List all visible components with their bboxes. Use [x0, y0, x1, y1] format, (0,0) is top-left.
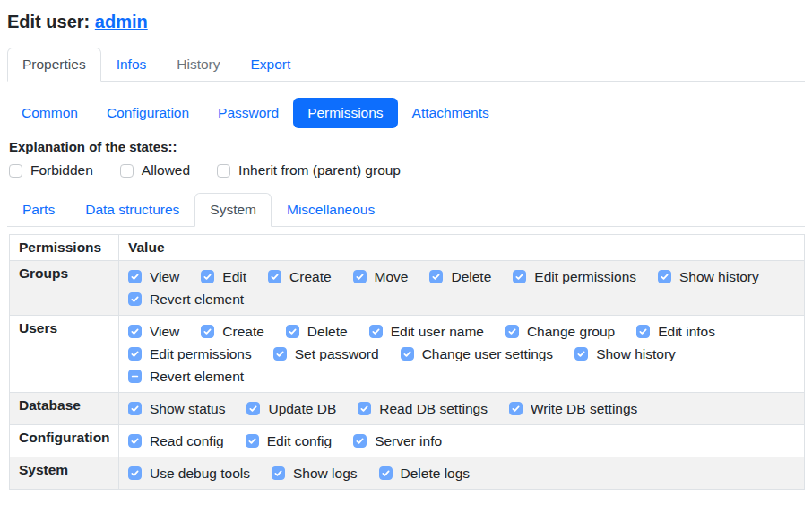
perm-checkbox-show-history[interactable]: Show history	[658, 269, 759, 285]
checkbox-label: Show history	[679, 269, 759, 285]
permission-tab-system[interactable]: System	[194, 193, 272, 227]
permission-line: Read configEdit configServer info	[128, 430, 795, 452]
checkbox-checked-icon	[246, 434, 259, 448]
edit-user-page: Edit user: admin PropertiesInfosHistoryE…	[0, 0, 812, 490]
checkbox-unchecked-icon	[217, 164, 230, 178]
checkbox-checked-icon	[128, 347, 142, 361]
permission-tab-data-structures[interactable]: Data structures	[70, 193, 194, 227]
checkbox-checked-icon	[401, 347, 414, 361]
checkbox-checked-icon	[509, 402, 523, 415]
checkbox-label: View	[150, 324, 179, 340]
checkbox-unchecked-icon	[120, 164, 134, 178]
permission-row-system: SystemUse debug toolsShow logsDelete log…	[10, 457, 805, 490]
state-option-inherit-from-parent-group[interactable]: Inherit from (parent) group	[217, 162, 401, 178]
edited-user-link[interactable]: admin	[95, 12, 148, 31]
permission-group-tab-bar: PartsData structuresSystemMiscellaneous	[7, 193, 805, 227]
perm-checkbox-edit-permissions[interactable]: Edit permissions	[128, 346, 252, 362]
permission-values-cell: ViewEditCreateMoveDeleteEdit permissions…	[119, 261, 805, 316]
perm-checkbox-edit-user-name[interactable]: Edit user name	[369, 324, 484, 340]
checkbox-label: Inherit from (parent) group	[238, 162, 401, 178]
checkbox-label: Use debug tools	[150, 466, 250, 482]
state-option-allowed[interactable]: Allowed	[120, 162, 190, 178]
perm-checkbox-set-password[interactable]: Set password	[273, 346, 379, 362]
permission-line: ViewEditCreateMoveDeleteEdit permissions…	[128, 266, 795, 288]
pill-tab-configuration[interactable]: Configuration	[92, 98, 203, 128]
checkbox-checked-icon	[369, 325, 383, 338]
permission-values-cell: Read configEdit configServer info	[119, 425, 805, 457]
permission-line: Revert element	[128, 288, 795, 310]
checkbox-label: Read DB settings	[379, 401, 488, 417]
permission-category: System	[10, 457, 119, 490]
perm-checkbox-show-logs[interactable]: Show logs	[272, 466, 358, 482]
pill-tab-common[interactable]: Common	[7, 98, 92, 128]
checkbox-label: Create	[289, 269, 332, 285]
perm-checkbox-create[interactable]: Create	[201, 324, 264, 340]
perm-checkbox-change-user-settings[interactable]: Change user settings	[401, 346, 553, 362]
checkbox-indeterminate-icon	[128, 370, 142, 383]
permission-category: Database	[10, 393, 119, 425]
permission-line: ViewCreateDeleteEdit user nameChange gro…	[128, 320, 795, 343]
checkbox-checked-icon	[574, 347, 588, 361]
perm-checkbox-edit[interactable]: Edit	[201, 269, 246, 285]
perm-checkbox-move[interactable]: Move	[353, 269, 409, 285]
page-title: Edit user: admin	[7, 12, 805, 32]
checkbox-label: Edit config	[267, 433, 332, 449]
perm-checkbox-revert-element[interactable]: Revert element	[128, 292, 244, 308]
pill-tab-permissions[interactable]: Permissions	[293, 98, 397, 128]
perm-checkbox-use-debug-tools[interactable]: Use debug tools	[128, 466, 250, 482]
pill-tab-attachments[interactable]: Attachments	[398, 98, 504, 128]
perm-checkbox-delete-logs[interactable]: Delete logs	[379, 466, 471, 482]
checkbox-checked-icon	[658, 270, 671, 283]
checkbox-label: Show history	[596, 346, 676, 362]
perm-checkbox-revert-element[interactable]: Revert element	[128, 369, 244, 385]
checkbox-label: Create	[222, 324, 264, 340]
permission-row-database: DatabaseShow statusUpdate DBRead DB sett…	[10, 393, 805, 425]
perm-checkbox-server-info[interactable]: Server info	[353, 433, 442, 449]
perm-checkbox-read-config[interactable]: Read config	[128, 433, 224, 449]
perm-checkbox-read-db-settings[interactable]: Read DB settings	[358, 401, 488, 417]
checkbox-checked-icon	[268, 270, 281, 283]
permission-category: Users	[10, 316, 119, 393]
perm-checkbox-show-status[interactable]: Show status	[128, 401, 225, 417]
perm-checkbox-edit-config[interactable]: Edit config	[246, 433, 332, 449]
checkbox-checked-icon	[273, 347, 287, 361]
checkbox-checked-icon	[353, 434, 367, 448]
permission-line: Show statusUpdate DBRead DB settingsWrit…	[128, 397, 795, 420]
perm-checkbox-change-group[interactable]: Change group	[505, 324, 615, 340]
permission-group-tabs-wrap: PartsData structuresSystemMiscellaneous	[7, 193, 805, 227]
checkbox-checked-icon	[379, 466, 393, 480]
checkbox-label: Read config	[150, 433, 224, 449]
permission-tab-miscellaneous[interactable]: Miscellaneous	[272, 193, 390, 227]
perm-checkbox-delete[interactable]: Delete	[286, 324, 348, 340]
perm-checkbox-view[interactable]: View	[128, 324, 179, 340]
perm-checkbox-write-db-settings[interactable]: Write DB settings	[509, 401, 637, 417]
perm-checkbox-view[interactable]: View	[128, 269, 179, 285]
perm-checkbox-edit-permissions[interactable]: Edit permissions	[513, 269, 636, 285]
tab-export[interactable]: Export	[236, 48, 307, 82]
perm-checkbox-create[interactable]: Create	[268, 269, 332, 285]
checkbox-checked-icon	[201, 270, 214, 283]
column-header-value: Value	[119, 235, 805, 261]
checkbox-label: Edit user name	[391, 324, 484, 340]
page-title-text: Edit user:	[7, 12, 90, 31]
states-explanation: Explanation of the states:: ForbiddenAll…	[9, 139, 805, 178]
perm-checkbox-show-history[interactable]: Show history	[574, 346, 676, 362]
state-option-forbidden[interactable]: Forbidden	[9, 162, 93, 178]
pill-tab-password[interactable]: Password	[203, 98, 293, 128]
perm-checkbox-delete[interactable]: Delete	[429, 269, 491, 285]
checkbox-label: Revert element	[150, 292, 244, 308]
permission-values-cell: Show statusUpdate DBRead DB settingsWrit…	[119, 393, 805, 425]
state-legend: ForbiddenAllowedInherit from (parent) gr…	[9, 162, 805, 178]
checkbox-checked-icon	[128, 292, 142, 306]
tab-infos[interactable]: Infos	[101, 48, 162, 82]
checkbox-label: Forbidden	[30, 162, 93, 178]
tab-properties[interactable]: Properties	[7, 48, 101, 82]
perm-checkbox-edit-infos[interactable]: Edit infos	[636, 324, 715, 340]
column-header-permissions: Permissions	[10, 235, 119, 261]
perm-checkbox-update-db[interactable]: Update DB	[246, 401, 336, 417]
checkbox-label: Server info	[375, 433, 442, 449]
checkbox-checked-icon	[358, 402, 371, 415]
checkbox-label: Edit permissions	[534, 269, 636, 285]
permission-values-cell: Use debug toolsShow logsDelete logs	[119, 457, 805, 490]
permission-tab-parts[interactable]: Parts	[7, 193, 70, 227]
